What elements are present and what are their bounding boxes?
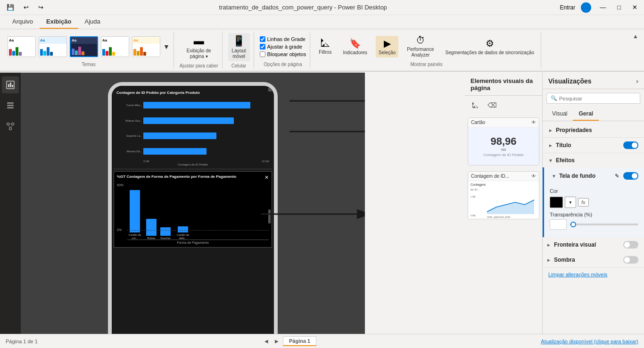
maximize-button[interactable]: □ xyxy=(614,3,624,12)
movel-label: Layoutmóvel xyxy=(232,48,246,59)
exibicao-pagina-button[interactable]: ▬ Exibição depágina ▾ xyxy=(183,33,215,61)
app-title: tratamento_de_dados_com_power_query - Po… xyxy=(219,4,387,11)
theme-item-4[interactable]: Aa xyxy=(101,36,129,57)
bloquear-objetos-checkbox[interactable] xyxy=(260,51,265,57)
transparency-slider[interactable] xyxy=(570,224,638,225)
theme-item-2[interactable]: Aa xyxy=(39,36,67,57)
filtros-button[interactable]: ⛡ Filtros xyxy=(316,36,334,57)
fronteira-toggle[interactable] xyxy=(623,241,638,249)
chart1-y-labels: Cama Mes... Beleza Sau... Esporte La... … xyxy=(116,98,142,159)
segmentacoes-button[interactable]: ⚙ Segmentações de dados de sincronização xyxy=(443,36,537,58)
themes-container: Aa Aa Aa xyxy=(8,33,170,60)
titulo-header[interactable]: ► Título xyxy=(543,138,644,153)
filtros-icon: ⛡ xyxy=(321,38,330,49)
selecao-btn-group: ▶ Seleção xyxy=(376,36,398,58)
chart1-x-axis: 0 Mil 10 Mil xyxy=(143,160,269,163)
search-icon: 🔍 xyxy=(551,95,557,101)
tela-fundo-header[interactable]: ▼ Tela de fundo ✎ xyxy=(544,167,644,184)
ribbon-tabs: Arquivo Exibição Ajuda xyxy=(0,15,644,29)
baseline xyxy=(127,240,269,240)
page-next-button[interactable]: ▶ xyxy=(272,337,281,346)
right-panels: Elementos visuais da página ⛡ ⌫ Cartão 👁… xyxy=(465,73,644,334)
mobile-screen: Contagem de ID Pedido por Categoria Prod… xyxy=(112,86,274,334)
color-dropdown-button[interactable]: ▼ xyxy=(565,197,576,208)
card-eye-icon[interactable]: 👁 xyxy=(531,120,536,125)
card-big-value: 98,96 xyxy=(483,135,523,148)
page-elements-header: Elementos visuais da página xyxy=(465,73,542,96)
sidebar-icon-report[interactable] xyxy=(2,76,19,93)
celular-label: Celular xyxy=(231,61,247,68)
sombra-toggle[interactable] xyxy=(623,256,638,264)
color-swatch[interactable] xyxy=(550,197,563,208)
tela-fundo-chart-icon[interactable]: ✎ xyxy=(612,171,621,181)
ribbon-collapse-button[interactable]: ▲ xyxy=(631,31,640,69)
user-label: Entrar xyxy=(560,4,575,11)
chart2-close-button[interactable]: ✕ xyxy=(264,174,269,181)
titulo-toggle[interactable] xyxy=(623,141,638,149)
card-preview: 98,96 Mil Contagem de ID Pedido xyxy=(468,127,539,165)
fx-button[interactable]: fx xyxy=(578,198,589,207)
minimize-button[interactable]: — xyxy=(597,3,609,12)
bar-label-2: Beleza Sau... xyxy=(116,119,142,122)
mobile-frame: Contagem de ID Pedido por Categoria Prod… xyxy=(108,82,278,334)
ajustar-grade-row[interactable]: Ajustar à grade xyxy=(260,44,306,50)
ajustar-content: ▬ Exibição depágina ▾ xyxy=(183,33,215,61)
theme-item-3[interactable]: Aa xyxy=(70,36,98,57)
propriedades-header[interactable]: ► Propriedades xyxy=(543,123,644,137)
linhas-grade-row[interactable]: Linhas de Grade xyxy=(260,36,306,42)
page-prev-button[interactable]: ◀ xyxy=(262,337,271,346)
tab-geral[interactable]: Geral xyxy=(573,108,599,121)
theme-item-5[interactable]: Aa xyxy=(132,36,160,57)
close-button[interactable]: ✕ xyxy=(629,3,640,12)
viz-search-input[interactable] xyxy=(559,96,636,101)
sidebar-icon-model[interactable] xyxy=(2,118,19,135)
ajustar-grade-checkbox[interactable] xyxy=(260,44,265,50)
sombra-header[interactable]: ► Sombra xyxy=(543,252,644,267)
theme-item-1[interactable]: Aa xyxy=(8,36,36,57)
update-notice[interactable]: Atualização disponível (clique para baix… xyxy=(541,339,638,344)
chart2-header: %GT Contagem de Forma de Pagamento por F… xyxy=(117,174,269,181)
bar-3 xyxy=(143,133,216,139)
performance-button[interactable]: ⏱ PerformanceAnalyzer xyxy=(404,33,437,60)
linhas-grade-checkbox[interactable] xyxy=(260,36,265,42)
efeitos-chevron: ▼ xyxy=(548,158,553,163)
v-bar-2 xyxy=(146,219,157,236)
indicadores-button[interactable]: 🔖 Indicadores xyxy=(340,36,370,58)
themes-more-button[interactable]: ▼ xyxy=(163,43,170,50)
indicadores-label: Indicadores xyxy=(343,50,367,56)
selecao-button[interactable]: ▶ Seleção xyxy=(376,36,398,58)
line-chart-eye-icon[interactable]: 👁 xyxy=(531,174,536,179)
exibicao-icon: ▬ xyxy=(194,35,204,47)
svg-rect-1 xyxy=(8,84,9,87)
tela-fundo-toggle[interactable] xyxy=(623,172,638,180)
ribbon-section-ajustar: ▬ Exibição depágina ▾ Ajustar para caber xyxy=(176,31,223,69)
tab-visual[interactable]: Visual xyxy=(546,108,573,121)
transparency-input[interactable] xyxy=(550,219,567,230)
ribbon-section-temas: Aa Aa Aa xyxy=(4,31,174,69)
segmentacoes-label: Segmentações de dados de sincronização xyxy=(446,50,534,56)
status-text: Página 1 de 1 xyxy=(6,339,38,344)
bloquear-objetos-row[interactable]: Bloquear objetos xyxy=(260,51,306,57)
fronteira-header[interactable]: ► Fronteira visual xyxy=(543,237,644,252)
clear-tool-button[interactable]: ⌫ xyxy=(486,99,499,112)
transparency-control xyxy=(550,219,638,230)
card-value-container: 98,96 Mil Contagem de ID Pedido xyxy=(483,135,523,157)
page-tab-1[interactable]: Página 1 xyxy=(283,336,316,346)
efeitos-header[interactable]: ▼ Efeitos xyxy=(543,153,644,167)
sidebar-icon-data[interactable] xyxy=(2,97,19,114)
tab-ajuda[interactable]: Ajuda xyxy=(78,15,107,29)
sombra-left: ► Sombra xyxy=(546,257,575,263)
filter-tool-button[interactable]: ⛡ xyxy=(469,99,482,112)
performance-label: PerformanceAnalyzer xyxy=(407,47,434,58)
chart1-content: Cama Mes... Beleza Sau... Esporte La... … xyxy=(116,98,269,159)
titulo-chevron: ► xyxy=(548,143,553,148)
viz-panel-collapse-button[interactable]: › xyxy=(636,77,638,85)
v-bar-group-3: Voucher xyxy=(160,227,171,240)
redo-button[interactable]: ↪ xyxy=(35,3,46,12)
layout-movel-button[interactable]: 📱 Layoutmóvel xyxy=(228,33,250,61)
tab-arquivo[interactable]: Arquivo xyxy=(6,15,40,29)
clear-changes-link[interactable]: Limpar alterações móveis xyxy=(543,270,644,279)
undo-button[interactable]: ↩ xyxy=(21,3,32,12)
save-button[interactable]: 💾 xyxy=(4,3,17,12)
tab-exibicao[interactable]: Exibição xyxy=(40,15,78,29)
